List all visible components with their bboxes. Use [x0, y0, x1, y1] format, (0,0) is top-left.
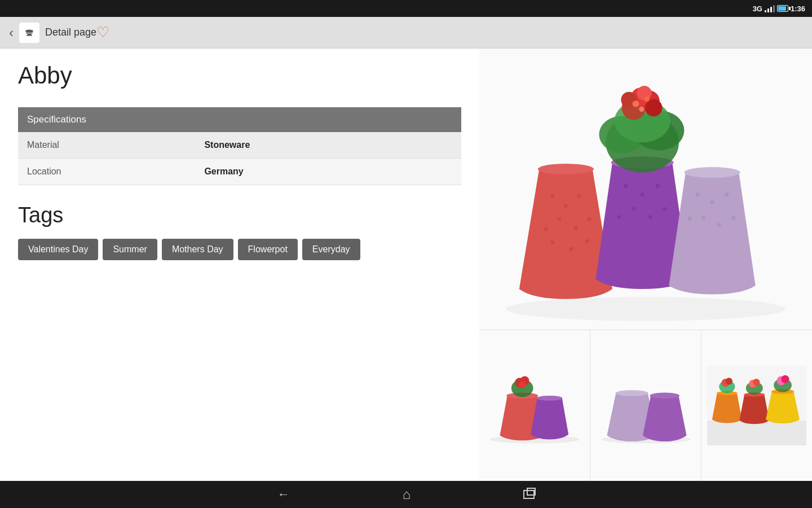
- svg-point-8: [557, 217, 561, 221]
- svg-point-19: [632, 207, 636, 211]
- back-button[interactable]: ‹ Detail page: [9, 23, 96, 43]
- svg-point-13: [569, 247, 573, 251]
- recent-nav-button[interactable]: [523, 490, 535, 499]
- svg-rect-2: [27, 34, 32, 35]
- svg-point-20: [648, 215, 652, 219]
- tag-chip[interactable]: Flowerpot: [238, 239, 298, 260]
- main-content: Abby Specifications Material Stoneware L…: [0, 49, 812, 481]
- svg-point-10: [544, 227, 548, 231]
- svg-point-6: [564, 204, 568, 208]
- svg-point-53: [615, 390, 648, 396]
- svg-point-54: [650, 392, 679, 398]
- main-product-image[interactable]: [479, 49, 812, 330]
- svg-point-16: [624, 184, 628, 188]
- svg-point-31: [684, 167, 740, 178]
- svg-point-26: [725, 192, 729, 196]
- svg-point-7: [577, 194, 581, 198]
- logo-icon: [23, 26, 36, 40]
- spec-row: Material Stoneware: [18, 132, 461, 159]
- svg-point-11: [587, 217, 591, 221]
- svg-rect-3: [27, 35, 32, 36]
- network-type: 3G: [753, 5, 762, 13]
- favorite-button[interactable]: ♡: [96, 24, 109, 41]
- svg-rect-1: [26, 31, 33, 34]
- thumb-2-image: [596, 366, 695, 445]
- app-logo: [19, 23, 39, 43]
- time-display: 1:36: [791, 5, 805, 13]
- spec-value: Stoneware: [195, 132, 461, 159]
- svg-point-25: [710, 200, 714, 204]
- svg-point-14: [585, 239, 589, 243]
- product-illustration: [479, 49, 812, 330]
- thumb-1-image: [485, 366, 584, 445]
- thumbnail-2[interactable]: [590, 330, 701, 481]
- tag-chip[interactable]: Valentines Day: [18, 239, 98, 260]
- svg-point-18: [656, 184, 660, 188]
- battery-icon: [777, 5, 788, 12]
- svg-point-27: [701, 216, 705, 220]
- thumbnails-row: [479, 330, 812, 481]
- spec-label: Location: [18, 159, 195, 185]
- product-title: Abby: [18, 62, 461, 89]
- svg-point-29: [687, 216, 691, 220]
- app-bar: ‹ Detail page ♡: [0, 17, 812, 49]
- svg-point-44: [639, 107, 644, 112]
- back-icon: ‹: [9, 25, 14, 41]
- svg-point-40: [645, 99, 663, 117]
- svg-point-43: [645, 97, 650, 102]
- thumb-3-image: [707, 366, 806, 445]
- back-nav-button[interactable]: ←: [277, 487, 290, 502]
- svg-point-42: [632, 100, 639, 107]
- tags-container: Valentines DaySummerMothers DayFlowerpot…: [18, 239, 461, 260]
- svg-point-68: [781, 375, 789, 383]
- spec-value: Germany: [195, 159, 461, 185]
- svg-point-12: [550, 240, 554, 244]
- right-panel: [479, 49, 812, 481]
- svg-point-60: [725, 378, 732, 384]
- specifications-table: Specifications Material Stoneware Locati…: [18, 107, 461, 185]
- status-bar: 3G 1:36: [0, 0, 812, 17]
- thumbnail-1[interactable]: [479, 330, 590, 481]
- svg-point-9: [574, 226, 578, 230]
- svg-point-5: [550, 194, 554, 198]
- svg-point-28: [717, 223, 721, 227]
- tag-chip[interactable]: Everyday: [302, 239, 360, 260]
- svg-point-51: [519, 381, 526, 388]
- nav-bar: ← ⌂: [0, 481, 812, 508]
- svg-point-17: [641, 192, 645, 196]
- status-icons: 3G 1:36: [753, 5, 805, 13]
- svg-point-4: [506, 297, 785, 321]
- tag-chip[interactable]: Summer: [103, 239, 157, 260]
- svg-rect-56: [707, 421, 806, 445]
- left-panel: Abby Specifications Material Stoneware L…: [0, 49, 479, 481]
- spec-row: Location Germany: [18, 159, 461, 185]
- svg-point-21: [617, 215, 621, 219]
- svg-point-30: [731, 216, 735, 220]
- app-bar-title: Detail page: [45, 27, 96, 38]
- svg-point-15: [538, 164, 594, 174]
- svg-point-22: [663, 207, 667, 211]
- tag-chip[interactable]: Mothers Day: [162, 239, 233, 260]
- spec-header: Specifications: [18, 107, 461, 132]
- svg-point-24: [696, 192, 700, 196]
- signal-icon: [765, 5, 775, 12]
- svg-point-64: [753, 379, 760, 386]
- thumbnail-3[interactable]: [701, 330, 812, 481]
- svg-point-47: [537, 396, 563, 401]
- home-nav-button[interactable]: ⌂: [403, 487, 411, 502]
- tags-title: Tags: [18, 203, 461, 227]
- spec-label: Material: [18, 132, 195, 159]
